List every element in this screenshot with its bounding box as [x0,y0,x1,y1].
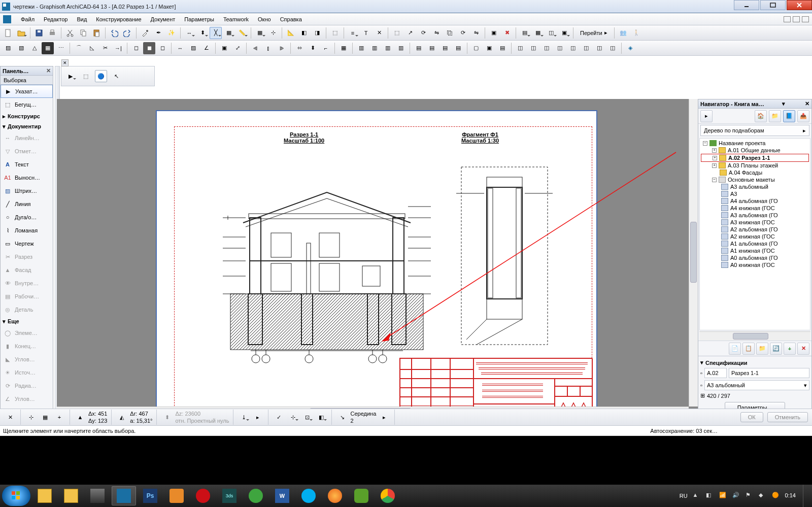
tray-app3-icon[interactable]: 🟠 [772,492,780,500]
scroll-thumb[interactable] [690,222,697,283]
snap-mode-icon[interactable]: ↘ [336,411,348,423]
tool-level-dim[interactable]: ▽Отмет… [1,145,53,158]
opera-task-icon[interactable] [191,486,215,505]
group-construct[interactable]: ▸ Конструирс [1,111,53,121]
tray-app2-icon[interactable]: ◆ [759,492,767,500]
mdi-min-button[interactable] [784,16,791,22]
view-map-icon[interactable]: 📁 [769,110,781,122]
properties-header[interactable]: ▾ Спецификации [700,358,809,367]
arrange-e-icon[interactable]: ▤ [413,42,425,54]
tree-master-4[interactable]: A3 альбомная (ГО [701,212,809,219]
explorer2-task-icon[interactable] [59,486,83,505]
tool-radial[interactable]: ⟳Радиа… [1,379,53,392]
open-file-icon[interactable] [15,27,27,39]
tray-app1-icon[interactable]: ◧ [706,492,714,500]
drag-copy-icon[interactable]: ⿻ [444,27,456,39]
walk-icon[interactable]: 🚶 [630,27,642,39]
tool-linear-dim[interactable]: ↔Линейн… [1,131,53,145]
layerset7-icon[interactable]: ◫ [593,42,605,54]
dim-x-icon[interactable]: ✕ [373,27,385,39]
cancel-button[interactable]: Отменить [767,412,808,422]
undo-icon[interactable] [108,27,120,39]
navigator-pin-icon[interactable]: ▾ [782,100,785,107]
ok-button[interactable]: ОК [740,412,763,422]
dim-settings-icon[interactable]: ▦ [337,42,350,54]
quick-select-icon[interactable]: ⬚ [80,70,92,82]
tree-master-10[interactable]: A0 альбомная (ГО [701,254,809,261]
goto-button[interactable]: Перейти▸ [576,27,612,39]
fill-tool-icon[interactable]: ▦ [223,27,235,39]
layerset3-icon[interactable]: ◫ [540,42,553,54]
minimize-button[interactable] [734,0,759,10]
origin-icon[interactable]: ✕ [4,411,16,423]
favorites-icon[interactable]: ◈ [624,42,636,54]
tray-network-icon[interactable]: 📶 [719,492,727,500]
tool-detail[interactable]: ◎Деталь [1,303,53,316]
layout-book-icon[interactable]: 📘 [783,110,795,122]
paint-bucket-icon[interactable]: 🔵 [95,70,107,82]
toolbox-tab[interactable]: Выборка [1,76,53,85]
input-lang[interactable]: RU [680,493,688,499]
group-more[interactable]: ▾ Еще [1,316,53,326]
layer1-icon[interactable]: ▢ [470,42,482,54]
grid-snap-icon[interactable]: ⊹ [267,27,279,39]
explorer-task-icon[interactable] [32,486,57,505]
select-mode-icon[interactable]: ▶ [64,70,77,82]
tool-line[interactable]: ╱Линия [1,197,53,211]
arrange-b-icon[interactable]: ▥ [368,42,381,54]
tree-master-8[interactable]: A1 альбомная (ГО [701,240,809,247]
gravity-dd-icon[interactable]: ▸ [252,411,264,423]
renovation-icon[interactable]: ▣ [558,27,570,39]
copy-icon[interactable] [77,27,89,39]
layout-id-field[interactable]: A.02 [704,368,727,378]
media-player-task-icon[interactable] [164,486,189,505]
mirror-copy-icon[interactable]: ⇋ [470,27,482,39]
expand-icon[interactable]: + [713,156,717,160]
tree-master-2[interactable]: A4 альбомная (ГО [701,197,809,205]
tree-subset-4[interactable]: A.04 Фасады [701,169,809,176]
expand-icon[interactable]: + [712,163,717,168]
tree-master-0[interactable]: A3 альбомный [701,183,809,190]
chrome-task-icon[interactable] [376,486,400,505]
tree-masters[interactable]: −Основные макеты [701,176,809,183]
area-icon[interactable]: ▨ [187,42,199,54]
arrow-mode-icon[interactable]: ↖ [110,70,122,82]
hatch-dots-icon[interactable]: ⋯ [55,42,67,54]
generic-task-icon[interactable] [85,486,110,505]
menu-help[interactable]: Справка [276,15,307,24]
eyedropper-icon[interactable] [139,27,151,39]
hatch-tri-icon[interactable]: △ [28,42,41,54]
level-dim-icon[interactable]: ╳ [210,27,222,39]
expand-icon[interactable]: + [712,148,717,153]
layer-T-icon[interactable]: T [360,27,372,39]
tree-master-5[interactable]: A3 книжная (ГОС [701,219,809,226]
layer2-icon[interactable]: ▣ [483,42,495,54]
snap1-icon[interactable]: ✓ [273,411,285,423]
snap-help-icon[interactable]: ▸ [378,411,390,423]
tray-flag-icon[interactable]: ▲ [693,492,701,500]
cut-icon[interactable] [64,27,76,39]
trim-icon[interactable]: ✂ [99,42,111,54]
select-all-icon[interactable]: ⬚ [391,27,403,39]
tool-label[interactable]: A1Выносн… [1,171,53,184]
tree-master-7[interactable]: A2 книжная (ГОС [701,233,809,240]
show-all-icon[interactable]: ⬚ [329,27,341,39]
view-options-icon[interactable]: ▤ [519,27,531,39]
tree-master-11[interactable]: A0 книжная (ГОС [701,261,809,268]
snap2-icon[interactable]: ⊹ [287,411,299,423]
align-left-icon[interactable]: ⫷ [249,42,261,54]
tool-corner[interactable]: ◣Углов… [1,353,53,366]
polar-icon[interactable]: ◭ [116,411,128,423]
close-button[interactable] [787,0,812,10]
iso-show-icon[interactable]: ◻ [156,42,168,54]
tool-angular[interactable]: ∠Углов… [1,392,53,405]
arrange-h-icon[interactable]: ▤ [452,42,464,54]
show-desktop-button[interactable] [803,485,810,507]
snap-corner-icon[interactable]: ⌐ [320,42,332,54]
arrange-d-icon[interactable]: ▥ [395,42,407,54]
tree-subset-1[interactable]: +А.01 Общие данные [701,147,809,154]
z-icon[interactable]: ⬍ [161,411,173,423]
vertical-scrollbar[interactable] [689,99,698,407]
layerset8-icon[interactable]: ◫ [606,42,619,54]
collapse-icon[interactable]: − [712,178,717,182]
